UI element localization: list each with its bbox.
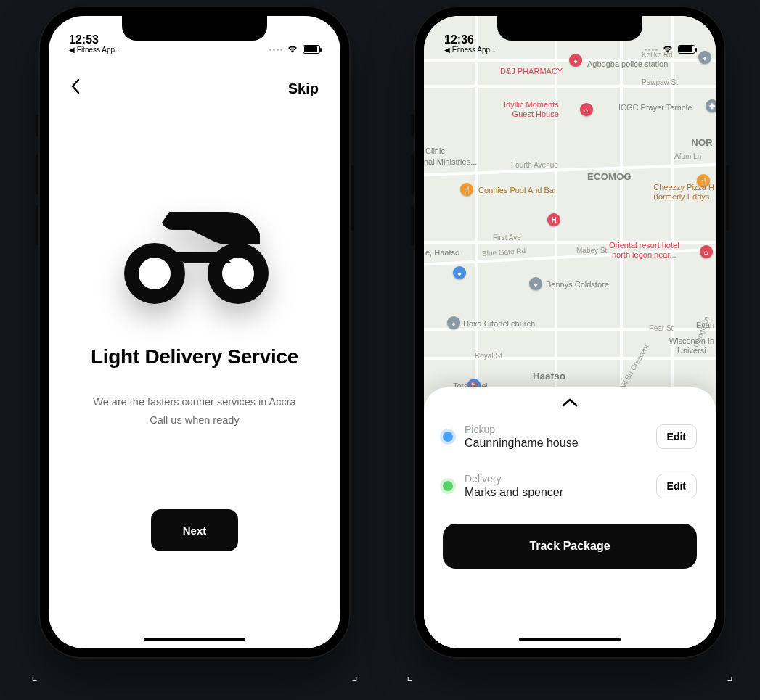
wifi-icon [662, 45, 674, 54]
delivery-label: Delivery [465, 473, 645, 485]
delivery-dot-icon [443, 481, 453, 491]
map-pin-icon[interactable]: ⬥ [453, 266, 466, 279]
status-time: 12:36 [444, 34, 496, 46]
road-label: First Ave [493, 234, 521, 242]
svg-rect-2 [139, 268, 155, 279]
map-pin-icon[interactable]: ⬥ [529, 277, 542, 290]
map-pin-icon[interactable]: ⬥ [569, 54, 582, 67]
chevron-left-icon [70, 78, 81, 94]
place-label: Clinic [425, 147, 445, 156]
place-label: Doxa Citadel church [463, 319, 535, 329]
place-label: Idyllic MomentsGuest House [504, 100, 559, 118]
home-indicator[interactable] [144, 638, 245, 641]
place-label: nal Ministries... [424, 157, 477, 167]
track-package-button[interactable]: Track Package [443, 524, 697, 569]
place-label: Evan [696, 321, 714, 330]
road-label: Mabey St [576, 247, 607, 255]
phone-frame-onboarding: 12:53 ◀ Fitness App... Skip [38, 6, 351, 659]
chevron-up-icon [562, 398, 578, 408]
area-label: Haatso [533, 371, 565, 382]
wifi-icon [287, 45, 298, 54]
map-pin-icon[interactable]: ✚ [706, 99, 716, 112]
bottom-sheet: Pickup Caunninghame house Edit Delivery … [424, 387, 716, 648]
pickup-label: Pickup [465, 424, 645, 435]
place-label: Connies Pool And Bar [478, 186, 557, 195]
place-label: Bennys Coldstore [546, 280, 609, 289]
delivery-value: Marks and spencer [465, 486, 645, 499]
pickup-dot-icon [443, 432, 453, 442]
edit-delivery-button[interactable]: Edit [656, 474, 697, 498]
place-label: Oriental resort hotelnorth legon near... [609, 241, 679, 259]
place-label: Agbogba police station [587, 59, 668, 69]
place-label: D&J PHARMACY [500, 67, 563, 76]
motorcycle-icon [104, 183, 285, 309]
status-back-app[interactable]: ◀ Fitness App... [444, 46, 496, 54]
phone-frame-tracking: 12:36 ◀ Fitness App... [414, 6, 726, 659]
back-button[interactable] [70, 78, 81, 99]
pickup-value: Caunninghame house [465, 437, 645, 450]
map-pin-icon[interactable]: 🍴 [460, 183, 473, 196]
area-label: NOR [691, 138, 713, 149]
onboarding-subtitle: We are the fasters courier services in A… [49, 393, 340, 429]
road-label: Afum Ln [674, 152, 701, 160]
map-pin-icon[interactable]: ⌂ [700, 245, 713, 258]
edit-pickup-button[interactable]: Edit [656, 424, 697, 449]
map-pin-icon[interactable]: ⬥ [447, 316, 460, 329]
delivery-row: Delivery Marks and spencer Edit [443, 461, 697, 511]
cell-signal-icon [269, 49, 282, 51]
status-back-app[interactable]: ◀ Fitness App... [69, 46, 120, 54]
place-label: Wisconsin InUniversi [669, 337, 714, 355]
next-button[interactable]: Next [151, 509, 238, 551]
status-time: 12:53 [69, 34, 120, 46]
area-label: ECOMOG [587, 172, 632, 183]
cell-signal-icon [645, 49, 658, 51]
skip-button[interactable]: Skip [288, 81, 319, 97]
place-label: ICGC Prayer Temple [618, 103, 692, 112]
road-label: Pawpaw St [642, 78, 678, 86]
road-label: Nii Bu Crescent [618, 343, 650, 391]
map-pin-icon[interactable]: ⌂ [580, 103, 593, 116]
home-indicator[interactable] [519, 638, 621, 641]
pickup-row: Pickup Caunninghame house Edit [443, 412, 697, 461]
road-label: Fourth Avenue [511, 161, 558, 169]
road-label: Blue Gate Rd [482, 247, 526, 258]
road-label: Pear St [649, 324, 673, 332]
map-pin-icon[interactable]: H [547, 213, 560, 226]
area-label: e, Haatso [425, 248, 459, 258]
place-label: Cheezzy Pizza H(formerly Eddys [653, 183, 714, 201]
battery-icon [303, 45, 320, 54]
sheet-expand-button[interactable] [443, 398, 697, 412]
onboarding-title: Light Delivery Service [49, 345, 340, 368]
battery-icon [678, 45, 695, 54]
road-label: Royal St [475, 352, 502, 360]
